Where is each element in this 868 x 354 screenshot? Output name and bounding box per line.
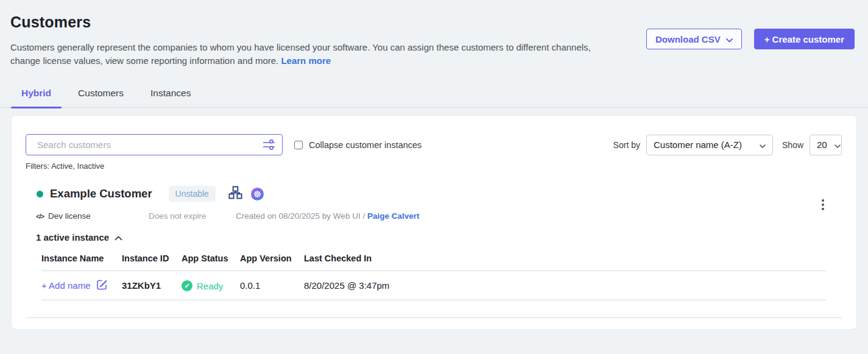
edit-icon[interactable] <box>96 279 108 292</box>
filter-sliders-icon[interactable] <box>263 140 275 152</box>
collapse-instances-checkbox[interactable]: Collapse customer instances <box>294 140 422 150</box>
add-name-label: + Add name <box>41 280 90 291</box>
sitemap-icon <box>228 186 242 202</box>
page-title: Customers <box>10 13 596 31</box>
chevron-down-icon <box>726 34 733 44</box>
header-instance-id: Instance ID <box>122 253 182 263</box>
sort-select-value: Customer name (A-Z) <box>654 140 742 150</box>
created-by-link[interactable]: Paige Calvert <box>367 211 420 221</box>
license-type-label: Dev license <box>48 211 91 221</box>
instance-table-row: + Add name 31ZKbY1 ✔ <box>41 271 827 300</box>
header-app-status: App Status <box>182 253 240 263</box>
download-csv-button[interactable]: Download CSV <box>646 29 742 49</box>
show-select-value: 20 <box>817 140 827 150</box>
search-input[interactable] <box>26 134 283 155</box>
create-customer-button[interactable]: + Create customer <box>754 29 855 49</box>
customer-row-divider <box>26 317 842 318</box>
check-circle-icon: ✔ <box>182 280 192 291</box>
page-description: Customers generally represent the compan… <box>10 41 596 68</box>
instances-table: Instance Name Instance ID App Status App… <box>41 253 827 300</box>
instance-id-value: 31ZKbY1 <box>122 280 182 291</box>
license-expiry: Does not expire <box>149 211 236 221</box>
customers-page: Customers Customers generally represent … <box>0 0 868 354</box>
chevron-down-icon <box>834 140 841 150</box>
tab-bar: Hybrid Customers Instances <box>0 88 868 108</box>
page-header: Customers Customers generally represent … <box>0 0 868 68</box>
customer-name[interactable]: Example Customer <box>50 187 152 200</box>
collapse-instances-label: Collapse customer instances <box>309 140 422 150</box>
instances-toggle[interactable]: 1 active instance <box>26 232 122 242</box>
instances-summary: 1 active instance <box>36 232 109 242</box>
checkbox-icon[interactable] <box>294 141 303 149</box>
show-select[interactable]: 20 <box>810 135 842 155</box>
header-app-version: App Version <box>240 253 304 263</box>
kubernetes-icon: ☸ <box>251 188 264 200</box>
tab-hybrid[interactable]: Hybrid <box>11 88 62 107</box>
kebab-menu-icon[interactable] <box>820 197 826 212</box>
toolbar-right: Sort by Customer name (A-Z) Show 20 <box>613 135 842 155</box>
learn-more-link[interactable]: Learn more <box>281 55 331 66</box>
tab-instances[interactable]: Instances <box>140 88 201 107</box>
customer-row: Example Customer Unstable ☸ <box>26 186 842 318</box>
channel-badge: Unstable <box>169 186 216 202</box>
active-filters-text: Filters: Active, Inactive <box>26 161 842 171</box>
header-last-checked-in: Last Checked In <box>304 253 827 263</box>
last-checked-in-value: 8/20/2025 @ 3:47pm <box>304 280 827 291</box>
chevron-up-icon <box>115 232 122 242</box>
active-status-dot <box>37 191 43 197</box>
add-name-link[interactable]: + Add name <box>41 279 108 292</box>
sort-select[interactable]: Customer name (A-Z) <box>646 135 773 155</box>
tab-customers[interactable]: Customers <box>68 88 134 107</box>
show-label: Show <box>782 140 803 150</box>
header-actions: Download CSV + Create customer <box>646 13 855 68</box>
customers-panel: Collapse customer instances Sort by Cust… <box>11 115 857 330</box>
chevron-down-icon <box>760 140 766 150</box>
search-wrap <box>26 134 283 155</box>
code-icon: </> <box>36 213 44 220</box>
sort-by-label: Sort by <box>613 140 640 150</box>
license-row: </> Dev license Does not expire Created … <box>26 211 842 221</box>
instances-table-header: Instance Name Instance ID App Status App… <box>41 253 827 271</box>
app-version-value: 0.0.1 <box>240 280 304 291</box>
customer-header: Example Customer Unstable ☸ <box>26 186 842 202</box>
created-text: Created on 08/20/2025 by Web UI / <box>236 211 367 221</box>
created-info: Created on 08/20/2025 by Web UI / Paige … <box>236 211 419 221</box>
download-csv-label: Download CSV <box>655 34 721 44</box>
app-status-value: ✔ Ready <box>182 280 223 291</box>
toolbar: Collapse customer instances Sort by Cust… <box>26 134 842 155</box>
header-instance-name: Instance Name <box>41 253 122 263</box>
